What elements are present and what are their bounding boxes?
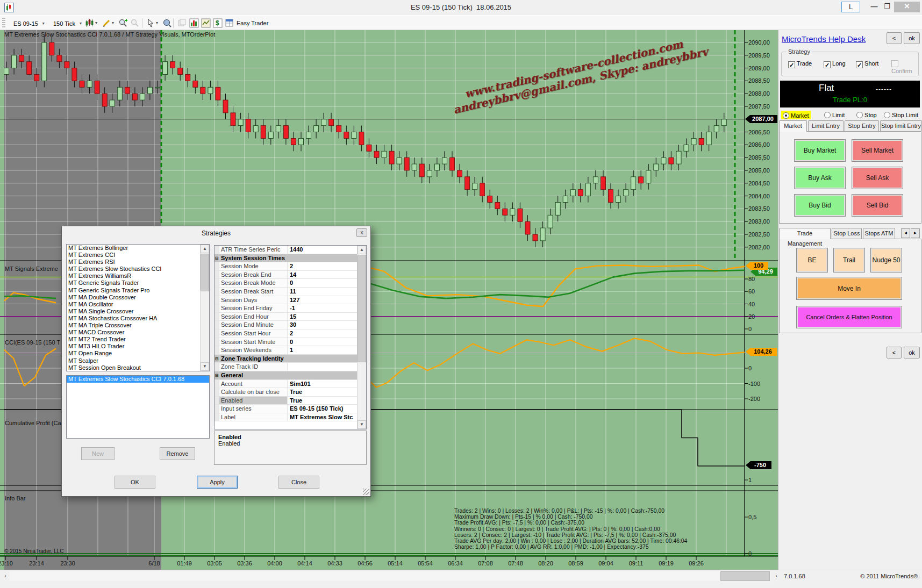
tab-stop-entry[interactable]: Stop Entry bbox=[845, 120, 879, 131]
available-strategies-list[interactable]: MT Extremes BollingerMT Extremes CCIMT E… bbox=[66, 244, 210, 371]
chart-style-dropdown-arrow[interactable]: ▾ bbox=[95, 18, 97, 28]
property-value[interactable]: 0 bbox=[288, 338, 366, 346]
order-type-stop-limit[interactable]: Stop Limit bbox=[884, 111, 918, 119]
property-value[interactable]: MT Extremes Slow Stc bbox=[288, 413, 366, 421]
strategy-list-item[interactable]: MT Open Range bbox=[67, 350, 209, 357]
configured-strategies-list[interactable]: MT Extremes Slow Stochastics CCI 7.0.1.6… bbox=[66, 375, 210, 439]
checkbox-icon[interactable]: ✓ bbox=[824, 61, 831, 68]
new-button[interactable]: New bbox=[81, 447, 115, 460]
scroll-up-icon[interactable]: ▲ bbox=[358, 246, 366, 254]
buy-market-button[interactable]: Buy Market bbox=[794, 139, 846, 162]
checkbox-icon[interactable] bbox=[891, 60, 898, 67]
cursor-icon[interactable] bbox=[146, 18, 156, 28]
resize-grip[interactable] bbox=[363, 489, 369, 495]
cancel-flatten-button[interactable]: Cancel Orders & Flatten Position bbox=[796, 306, 902, 328]
property-value[interactable]: 11 bbox=[288, 288, 366, 296]
drawing-tools-icon[interactable] bbox=[102, 18, 112, 28]
collapse-icon[interactable]: ⊟ bbox=[215, 355, 219, 363]
property-value[interactable]: Sim101 bbox=[288, 380, 366, 388]
property-group-row[interactable]: ⊟System Session Times bbox=[215, 254, 366, 263]
account-grid-icon[interactable] bbox=[225, 18, 234, 28]
tab-stop-limit-entry[interactable]: Stop limit Entry bbox=[880, 120, 922, 131]
strategy-list-item[interactable]: MT MT2 Trend Trader bbox=[67, 336, 209, 343]
list-scrollbar[interactable]: ▲▼ bbox=[200, 245, 209, 371]
scroll-up-icon[interactable]: ▲ bbox=[201, 245, 209, 253]
checkbox-short[interactable]: ✓ Short bbox=[856, 60, 878, 67]
collapse-icon[interactable]: ⊟ bbox=[215, 371, 219, 379]
strategy-list-item[interactable]: MT MACD Crossover bbox=[67, 329, 209, 336]
scroll-right-icon[interactable]: › bbox=[772, 571, 781, 581]
property-value[interactable]: True bbox=[288, 397, 366, 405]
property-value[interactable] bbox=[288, 363, 366, 371]
easy-trader-label[interactable]: Easy Trader bbox=[237, 18, 268, 28]
strategy-list-item[interactable]: MT MA Stochastics Crossover HA bbox=[67, 315, 209, 322]
strategy-list-item[interactable]: MT Scalper bbox=[67, 357, 209, 364]
strategy-list-item[interactable]: MT Generic Signals Trader bbox=[67, 279, 209, 286]
property-value[interactable]: 0 bbox=[288, 279, 366, 287]
tab-market[interactable]: Market bbox=[779, 120, 807, 132]
minimize-button[interactable]: — bbox=[868, 2, 880, 12]
panel-ok-button-2[interactable]: ok bbox=[904, 347, 920, 358]
checkbox-icon[interactable]: ✓ bbox=[788, 61, 795, 68]
data-box-icon[interactable] bbox=[162, 18, 172, 28]
strategy-property-grid[interactable]: ATR Time Series Peric1440⊟System Session… bbox=[214, 245, 367, 429]
grid-scrollbar[interactable]: ▲▼ bbox=[357, 246, 366, 429]
strategy-list-item[interactable]: MT MA Double Crossover bbox=[67, 294, 209, 301]
be-button[interactable]: BE bbox=[796, 248, 828, 273]
zoom-in-icon[interactable] bbox=[118, 18, 128, 28]
property-value[interactable]: 14 bbox=[288, 271, 366, 279]
property-value[interactable]: 15 bbox=[288, 313, 366, 321]
close-dialog-button[interactable]: Close bbox=[278, 476, 319, 489]
move-in-button[interactable]: Move In bbox=[796, 277, 902, 300]
period-selector[interactable]: 150 Tick bbox=[49, 18, 83, 28]
property-row[interactable]: Session Start Minute0 bbox=[215, 338, 366, 347]
radio-icon[interactable] bbox=[824, 112, 831, 118]
strategy-list-item[interactable]: MT Extremes RSI bbox=[67, 259, 209, 266]
property-row[interactable]: Session Start Hour2 bbox=[215, 329, 366, 338]
strategy-list-item[interactable]: MT Extremes WilliamsR bbox=[67, 273, 209, 279]
radio-icon[interactable] bbox=[856, 112, 863, 118]
checkbox-trade[interactable]: ✓ Trade bbox=[788, 60, 812, 67]
strategy-list-item[interactable]: MT MA Single Crossover bbox=[67, 308, 209, 315]
property-value[interactable]: 30 bbox=[288, 321, 366, 329]
radio-icon[interactable] bbox=[884, 112, 890, 118]
checkbox-icon[interactable]: ✓ bbox=[856, 61, 863, 68]
property-row[interactable]: ATR Time Series Peric1440 bbox=[215, 246, 366, 254]
tab-scroll-left-icon[interactable]: ◄ bbox=[901, 228, 910, 238]
strategy-list-item[interactable]: MT Session Open Breakout bbox=[67, 364, 209, 371]
property-value[interactable]: 2 bbox=[288, 329, 366, 338]
property-row[interactable]: Input seriesES 09-15 (150 Tick) bbox=[215, 405, 366, 413]
property-value[interactable]: True bbox=[288, 388, 366, 396]
property-value[interactable]: 127 bbox=[288, 296, 366, 304]
tab-scroll-right-icon[interactable]: ► bbox=[911, 228, 920, 238]
scrollbar-thumb[interactable] bbox=[358, 255, 366, 362]
property-row[interactable]: AccountSim101 bbox=[215, 380, 366, 389]
scroll-down-icon[interactable]: ▼ bbox=[358, 420, 366, 429]
instrument-selector[interactable]: ES 09-15 bbox=[10, 18, 46, 28]
strategy-list-item[interactable]: MT MT3 HILO Trader bbox=[67, 343, 209, 350]
scroll-down-icon[interactable]: ▼ bbox=[201, 362, 209, 371]
property-row[interactable]: Session Days127 bbox=[215, 296, 366, 305]
property-row[interactable]: Zone Track ID bbox=[215, 363, 366, 371]
candlestick-style-icon[interactable] bbox=[85, 18, 95, 28]
dialog-close-icon[interactable]: x bbox=[356, 228, 367, 237]
sell-bid-button[interactable]: Sell Bid bbox=[852, 194, 903, 217]
remove-button[interactable]: Remove bbox=[160, 447, 195, 460]
strategy-list-item[interactable]: MT MA Oscillator bbox=[67, 301, 209, 308]
property-row[interactable]: Session Weekends1 bbox=[215, 346, 366, 355]
property-value[interactable]: ES 09-15 (150 Tick) bbox=[288, 405, 366, 413]
trail-button[interactable]: Trail bbox=[833, 248, 865, 273]
property-row[interactable]: LabelMT Extremes Slow Stc bbox=[215, 413, 366, 422]
panel-back-button-2[interactable]: < bbox=[887, 347, 902, 358]
collapse-icon[interactable]: ⊟ bbox=[215, 254, 219, 262]
link-button[interactable]: L bbox=[841, 2, 860, 12]
order-type-market[interactable]: Market bbox=[781, 111, 811, 119]
property-value[interactable]: -1 bbox=[288, 304, 366, 312]
property-group-row[interactable]: ⊟Zone Tracking Identity bbox=[215, 355, 366, 363]
close-button[interactable]: ✕ bbox=[894, 2, 920, 12]
order-type-limit[interactable]: Limit bbox=[824, 111, 845, 119]
radio-icon[interactable] bbox=[783, 112, 789, 119]
property-group-row[interactable]: ⊟General bbox=[215, 371, 366, 380]
panel-back-button[interactable]: < bbox=[887, 32, 902, 44]
horizontal-scrollbar[interactable] bbox=[10, 571, 771, 581]
